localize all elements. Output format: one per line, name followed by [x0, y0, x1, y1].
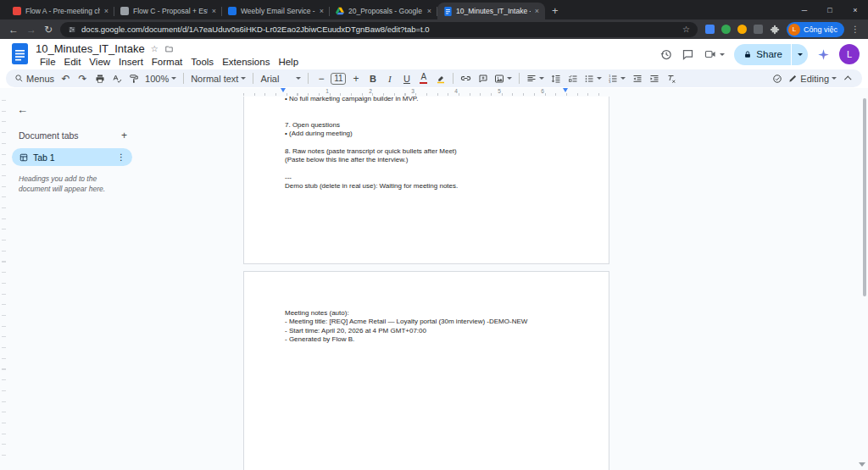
text-color-button[interactable]: A [416, 71, 431, 86]
tab-options-kebab-icon[interactable]: ⋮ [117, 152, 125, 162]
print-icon[interactable] [92, 71, 107, 86]
document-title[interactable]: 10_Minutes_IT_Intake [36, 42, 145, 55]
browser-menu-kebab-icon[interactable]: ⋮ [851, 25, 860, 34]
minimize-button[interactable]: ─ [792, 0, 817, 19]
extension-icon[interactable] [737, 25, 747, 34]
flow-a-favicon-icon [13, 7, 21, 15]
tab-close-icon[interactable]: × [320, 7, 324, 15]
header-actions: Share L [659, 42, 860, 66]
window-controls: ─ □ × [792, 0, 868, 19]
comments-icon[interactable] [682, 48, 694, 61]
underline-button[interactable]: U [399, 71, 414, 86]
chevron-down-icon [720, 53, 725, 56]
doc-tab-item-selected[interactable]: Tab 1 ⋮ [12, 148, 132, 166]
menu-file[interactable]: File [36, 56, 60, 68]
version-history-icon[interactable] [659, 48, 672, 61]
increase-font-size-button[interactable]: + [348, 71, 363, 86]
font-family-select[interactable]: Arial [259, 71, 303, 86]
scroll-down-arrow-icon[interactable] [859, 462, 865, 467]
numbered-list-icon[interactable]: 123 [606, 71, 627, 86]
address-bar[interactable]: docs.google.com/document/d/1A7eaUduv0s6i… [60, 22, 698, 37]
document-page-2[interactable]: Meeting notes (auto):- Meeting title: [R… [243, 271, 609, 470]
clear-formatting-icon[interactable] [664, 71, 678, 86]
vertical-ruler[interactable] [2, 100, 6, 464]
move-folder-icon[interactable] [164, 45, 174, 53]
star-icon[interactable]: ☆ [151, 45, 159, 53]
vertical-scrollbar[interactable] [863, 98, 866, 296]
share-dropdown-button[interactable] [792, 44, 808, 65]
insert-image-icon[interactable] [492, 71, 514, 86]
back-button[interactable]: ← [8, 25, 19, 35]
insert-link-icon[interactable] [459, 71, 473, 86]
paragraph-style-select[interactable]: Normal text [189, 71, 248, 86]
translate-extension-icon[interactable] [705, 25, 715, 34]
add-comment-icon[interactable] [476, 71, 490, 86]
tab-close-icon[interactable]: × [427, 7, 431, 15]
menu-insert[interactable]: Insert [114, 56, 147, 68]
bookmark-star-icon[interactable]: ☆ [682, 25, 690, 34]
new-tab-button[interactable]: + [552, 5, 559, 16]
menus-search-button[interactable]: Menus [13, 71, 56, 86]
browser-tab-strip: Flow A - Pre-meeting checklist × Flow C … [0, 0, 868, 19]
puzzle-piece-icon[interactable] [770, 25, 780, 35]
close-window-button[interactable]: × [843, 0, 868, 19]
decrease-font-size-button[interactable]: − [314, 71, 328, 86]
menu-format[interactable]: Format [147, 56, 186, 68]
right-margin-marker[interactable] [563, 88, 568, 92]
line-spacing-icon[interactable] [548, 71, 563, 86]
collapse-toolbar-button[interactable] [841, 71, 855, 86]
close-panel-back-button[interactable]: ← [17, 103, 132, 116]
increase-indent-icon[interactable] [647, 71, 661, 86]
checklist-icon[interactable] [565, 71, 580, 86]
google-docs-logo-icon[interactable] [12, 43, 28, 69]
browser-tab-3[interactable]: Weebly Email Service - Calend × [222, 3, 330, 19]
menu-help[interactable]: Help [274, 56, 303, 68]
maximize-button[interactable]: □ [817, 0, 843, 19]
extension-icon[interactable] [754, 25, 763, 34]
lock-icon [743, 50, 752, 59]
horizontal-ruler[interactable]: 1 2 3 4 5 6 [243, 88, 609, 97]
tab-close-icon[interactable]: × [104, 7, 108, 15]
document-page-1[interactable]: • No full marketing campaign builder in … [243, 97, 609, 264]
tab-close-icon[interactable]: × [212, 7, 216, 15]
document-status-icon[interactable] [770, 71, 784, 86]
menu-extensions[interactable]: Extensions [218, 56, 274, 68]
browser-profile-chip[interactable]: L Công việc [787, 22, 844, 37]
highlight-color-icon[interactable] [433, 71, 448, 86]
menu-tools[interactable]: Tools [186, 56, 218, 68]
redo-icon[interactable]: ↷ [75, 71, 90, 86]
align-icon[interactable] [525, 71, 546, 86]
document-canvas: 1 2 3 4 5 6 • No full marketing campaign… [0, 88, 868, 470]
menu-view[interactable]: View [85, 56, 114, 68]
search-icon [14, 74, 24, 83]
add-tab-button[interactable]: + [121, 130, 127, 141]
decrease-indent-icon[interactable] [630, 71, 644, 86]
account-avatar[interactable]: L [839, 44, 860, 64]
browser-tab-5-active[interactable]: 10_Minutes_IT_Intake - Googl × [437, 3, 545, 19]
bold-button[interactable]: B [365, 71, 380, 86]
url-text[interactable]: docs.google.com/document/d/1A7eaUduv0s6i… [81, 25, 677, 34]
browser-tab-4[interactable]: 20_Proposals - Google Drive × [330, 3, 437, 19]
undo-icon[interactable]: ↶ [58, 71, 73, 86]
share-button[interactable]: Share [734, 44, 791, 65]
menu-edit[interactable]: Edit [60, 56, 86, 68]
font-size-input[interactable]: 11 [331, 73, 346, 85]
zoom-select[interactable]: 100% [143, 71, 178, 86]
paint-format-icon[interactable] [126, 71, 141, 86]
reload-button[interactable]: ↻ [44, 25, 53, 35]
spellcheck-icon[interactable] [109, 71, 124, 86]
video-call-icon[interactable] [704, 48, 725, 60]
gemini-sparkle-icon[interactable] [817, 48, 830, 61]
tune-icon[interactable] [68, 25, 76, 34]
italic-button[interactable]: I [382, 71, 397, 86]
left-margin-marker[interactable] [281, 88, 286, 92]
forward-button[interactable]: → [26, 25, 36, 35]
browser-tab-2[interactable]: Flow C - Proposal + Estimate - × [114, 3, 222, 19]
document-line: 7. Open questions [285, 121, 568, 130]
tab-close-icon[interactable]: × [535, 7, 539, 15]
document-line [285, 103, 568, 112]
browser-tab-1[interactable]: Flow A - Pre-meeting checklist × [7, 3, 114, 19]
bulleted-list-icon[interactable] [582, 71, 604, 86]
editing-mode-select[interactable]: Editing [787, 71, 838, 86]
extension-icon[interactable] [721, 25, 731, 34]
